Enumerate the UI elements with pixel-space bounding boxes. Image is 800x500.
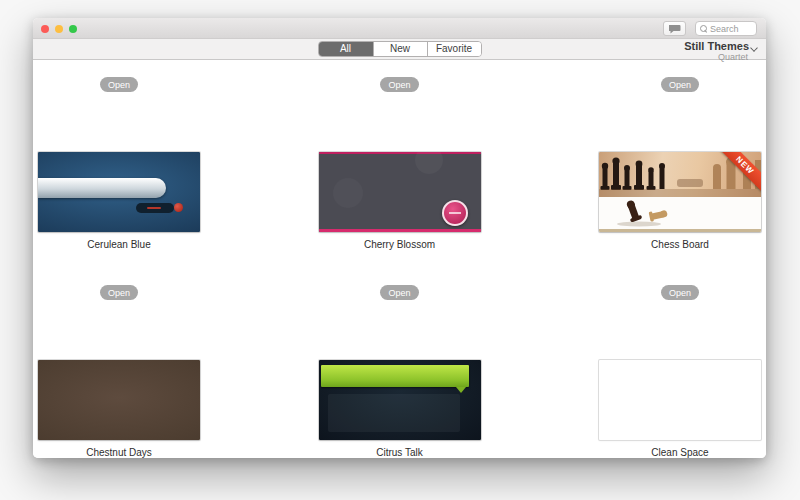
theme-row-2: Open Chestnut Days Open Citrus Talk Open… xyxy=(33,268,766,458)
slide-panel-graphic xyxy=(328,394,460,432)
collection-variant: Quartet xyxy=(684,52,748,62)
search-input[interactable] xyxy=(710,24,752,34)
slide-bar-graphic xyxy=(321,365,469,387)
open-button[interactable]: Open xyxy=(100,77,138,92)
speech-bubble-icon xyxy=(669,24,681,34)
theme-name: Clean Space xyxy=(651,447,708,458)
slide-dot-graphic xyxy=(174,203,183,212)
theme-thumbnail-chess-board[interactable]: NEW xyxy=(599,152,761,232)
tab-new[interactable]: New xyxy=(373,42,427,56)
theme-thumbnail-cherry-blossom[interactable] xyxy=(319,152,481,232)
minimize-button[interactable] xyxy=(55,25,63,33)
titlebar[interactable] xyxy=(33,18,766,39)
background-spot-graphic xyxy=(333,178,363,208)
open-button[interactable]: Open xyxy=(380,77,418,92)
background-spot-graphic xyxy=(415,152,443,174)
magnifier-icon xyxy=(700,25,707,32)
theme-card-chestnut-days: Open Chestnut Days xyxy=(36,268,202,458)
toolbar: All New Favorite Still Themes Quartet xyxy=(33,39,766,60)
open-button[interactable]: Open xyxy=(380,285,418,300)
slide-circle-graphic xyxy=(442,200,468,226)
theme-name: Cerulean Blue xyxy=(87,239,150,250)
theme-card-clean-space: Open Clean Space xyxy=(597,268,763,458)
theme-thumbnail-chestnut-days[interactable] xyxy=(38,360,200,440)
slide-bar-graphic xyxy=(38,178,166,198)
theme-card-cherry-blossom: Open Cherry Blossom xyxy=(317,60,483,268)
filter-segmented-control: All New Favorite xyxy=(318,41,482,57)
theme-thumbnail-clean-space[interactable] xyxy=(599,360,761,440)
slide-notch-graphic xyxy=(456,387,466,393)
chevron-down-icon xyxy=(751,44,758,51)
zoom-button[interactable] xyxy=(69,25,77,33)
tab-all[interactable]: All xyxy=(319,42,373,56)
collection-dropdown[interactable]: Still Themes Quartet xyxy=(684,40,758,62)
theme-name: Citrus Talk xyxy=(376,447,423,458)
theme-thumbnail-cerulean-blue[interactable] xyxy=(38,152,200,232)
collection-name: Still Themes xyxy=(684,40,749,52)
open-button[interactable]: Open xyxy=(661,77,699,92)
theme-row-1: Open Cerulean Blue Open Cherry Blossom xyxy=(33,60,766,268)
slide-pill-graphic xyxy=(136,203,174,213)
theme-name: Chess Board xyxy=(651,239,709,250)
open-button[interactable]: Open xyxy=(661,285,699,300)
close-button[interactable] xyxy=(41,25,49,33)
slide-strip-graphic xyxy=(599,229,761,232)
theme-name: Chestnut Days xyxy=(86,447,152,458)
theme-grid: Open Cerulean Blue Open Cherry Blossom xyxy=(33,60,766,458)
theme-name: Cherry Blossom xyxy=(364,239,435,250)
theme-card-chess-board: Open xyxy=(597,60,763,268)
theme-thumbnail-citrus-talk[interactable] xyxy=(319,360,481,440)
feedback-button[interactable] xyxy=(663,21,686,36)
app-window: All New Favorite Still Themes Quartet Op… xyxy=(33,18,766,458)
search-field[interactable] xyxy=(695,21,757,36)
tab-favorite[interactable]: Favorite xyxy=(427,42,481,56)
theme-card-cerulean-blue: Open Cerulean Blue xyxy=(36,60,202,268)
traffic-lights xyxy=(41,25,77,33)
open-button[interactable]: Open xyxy=(100,285,138,300)
fallen-chess-pieces-graphic xyxy=(609,198,679,228)
theme-card-citrus-talk: Open Citrus Talk xyxy=(317,268,483,458)
